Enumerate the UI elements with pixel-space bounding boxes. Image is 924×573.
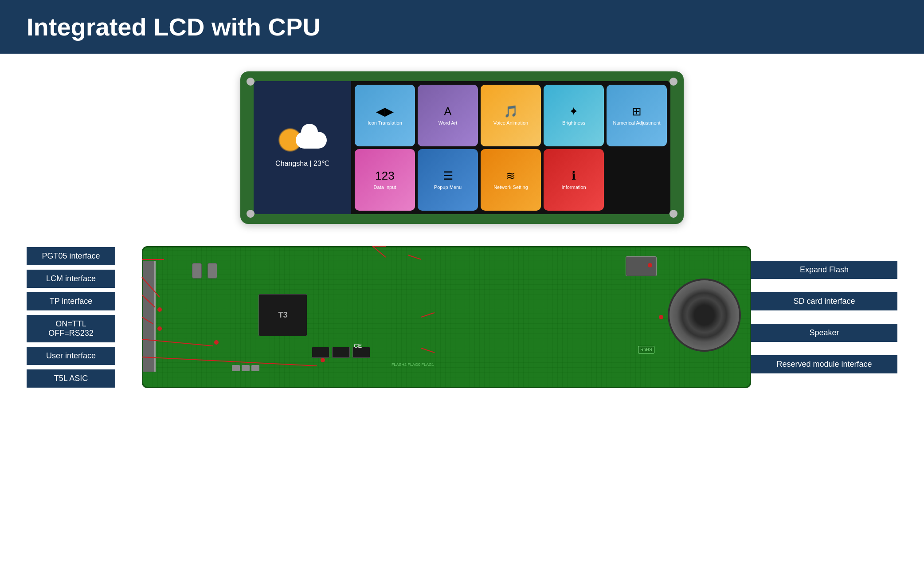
right-labels: Expand Flash SD card interface Speaker R… <box>751 261 897 373</box>
label-pgt05: PGT05 interface <box>27 247 142 265</box>
corner-screw-br <box>670 210 677 218</box>
popup-menu-icon: ☰ <box>443 169 453 183</box>
left-label-row: PGT05 interface LCM interface TP interfa… <box>27 247 142 388</box>
brightness-icon: ✦ <box>569 105 579 118</box>
label-tp: TP interface <box>27 292 142 310</box>
data-input-label: Data Input <box>374 184 396 190</box>
tp-label-box: TP interface <box>27 292 115 310</box>
header: Integrated LCD with CPU <box>0 0 924 54</box>
capacitor-1 <box>192 263 202 279</box>
corner-screw-tr <box>670 78 677 86</box>
left-connector <box>143 261 156 372</box>
brightness-label: Brightness <box>562 120 585 126</box>
component-1 <box>232 365 240 371</box>
capacitor-2 <box>208 263 217 279</box>
label-user: User interface <box>27 347 142 365</box>
icon-translation-icon: ◀▶ <box>376 105 394 118</box>
network-setting-icon: ≋ <box>506 169 516 183</box>
components-row <box>232 365 259 371</box>
app-tile-network-setting[interactable]: ≋ Network Setting <box>481 149 541 211</box>
label-lcm: LCM interface <box>27 270 142 288</box>
information-icon: ℹ <box>572 169 576 183</box>
connector-dot-4 <box>321 358 325 362</box>
app-tile-numerical[interactable]: ⊞ Numerical Adjustment <box>607 85 667 146</box>
sd-card-slot <box>626 256 657 276</box>
lcm-label-box: LCM interface <box>27 270 115 288</box>
word-art-label: Word Art <box>439 120 458 126</box>
label-sd-card: SD card interface <box>751 292 897 310</box>
label-expand-flash: Expand Flash <box>751 261 897 279</box>
speaker-box: Speaker <box>751 324 897 342</box>
page-title: Integrated LCD with CPU <box>27 12 897 41</box>
flash-chip-2 <box>332 347 350 358</box>
board-area: PGT05 interface LCM interface TP interfa… <box>27 246 897 388</box>
speaker <box>668 279 741 352</box>
label-t5l: T5L ASIC <box>27 369 142 388</box>
left-labels: PGT05 interface LCM interface TP interfa… <box>27 247 142 388</box>
chip-t3-label: T3 <box>278 310 287 320</box>
data-input-icon: 123 <box>375 169 394 183</box>
numerical-icon: ⊞ <box>632 105 642 118</box>
connector-dot-1 <box>157 307 162 312</box>
app-tile-data-input[interactable]: 123 Data Input <box>355 149 415 211</box>
screen-content: Changsha | 23℃ ◀▶ Icon Translation A Wor… <box>254 81 670 214</box>
flash-chip-1 <box>312 347 329 358</box>
app-tile-brightness[interactable]: ✦ Brightness <box>544 85 604 146</box>
app-tile-information[interactable]: ℹ Information <box>544 149 604 211</box>
cloud-icon <box>296 132 327 149</box>
component-2 <box>242 365 250 371</box>
weather-panel: Changsha | 23℃ <box>254 81 351 214</box>
pcb-board-container: T3 CE <box>142 246 751 388</box>
rohs-badge: RoHS <box>638 346 654 353</box>
app-tile-icon-translation[interactable]: ◀▶ Icon Translation <box>355 85 415 146</box>
network-setting-label: Network Setting <box>493 184 528 190</box>
pgt05-label-box: PGT05 interface <box>27 247 115 265</box>
label-ttl: ON=TTL OFF=RS232 <box>27 315 142 342</box>
app-tile-word-art[interactable]: A Word Art <box>418 85 478 146</box>
pcb-board: T3 CE <box>142 246 751 388</box>
reserved-box: Reserved module interface <box>751 355 897 373</box>
ttl-label-box: ON=TTL OFF=RS232 <box>27 315 115 342</box>
label-reserved: Reserved module interface <box>751 355 897 373</box>
icon-translation-label: Icon Translation <box>368 120 402 126</box>
expand-flash-box: Expand Flash <box>751 261 897 279</box>
t5l-label-box: T5L ASIC <box>27 369 115 388</box>
numerical-label: Numerical Adjustment <box>613 120 661 126</box>
corner-screw-bl <box>247 210 254 218</box>
lcd-screen: Changsha | 23℃ ◀▶ Icon Translation A Wor… <box>254 81 670 214</box>
chip-t3: T3 <box>258 294 307 336</box>
connector-dot-5 <box>648 263 652 267</box>
user-label-box: User interface <box>27 347 115 365</box>
weather-icons <box>278 128 327 152</box>
component-3 <box>251 365 259 371</box>
lcd-section: Changsha | 23℃ ◀▶ Icon Translation A Wor… <box>27 71 897 224</box>
right-label-row: Expand Flash SD card interface Speaker R… <box>751 261 897 373</box>
app-tile-popup-menu[interactable]: ☰ Popup Menu <box>418 149 478 211</box>
popup-menu-label: Popup Menu <box>434 184 462 190</box>
weather-text: Changsha | 23℃ <box>275 159 329 168</box>
corner-screw-tl <box>247 78 254 86</box>
voice-animation-icon: 🎵 <box>504 105 518 118</box>
pcb-text: FLASH2 FLAG0 FLAG1 <box>392 362 434 367</box>
app-tile-voice-animation[interactable]: 🎵 Voice Animation <box>481 85 541 146</box>
app-grid: ◀▶ Icon Translation A Word Art 🎵 Voice A… <box>351 81 670 214</box>
sd-card-box: SD card interface <box>751 292 897 310</box>
word-art-icon: A <box>444 105 451 118</box>
ce-marking: CE <box>354 342 362 349</box>
information-label: Information <box>561 184 586 190</box>
lcd-device: Changsha | 23℃ ◀▶ Icon Translation A Wor… <box>240 71 684 224</box>
connector-dot-3 <box>214 340 219 345</box>
connector-dot-2 <box>157 326 162 331</box>
label-speaker: Speaker <box>751 324 897 342</box>
voice-animation-label: Voice Animation <box>493 120 528 126</box>
connector-dot-6 <box>659 315 663 319</box>
